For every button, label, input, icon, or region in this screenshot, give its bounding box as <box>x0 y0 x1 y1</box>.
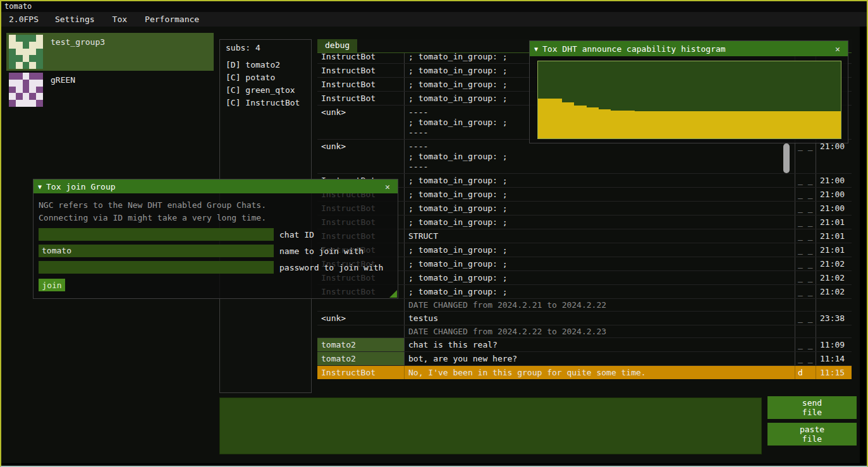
avatar-pixel <box>36 55 43 62</box>
avatar-pixel <box>29 35 36 42</box>
avatar-pixel <box>36 93 43 100</box>
message-flags: _ _ <box>795 243 816 257</box>
avatar-pixel <box>9 73 16 80</box>
message-text: STRUCT <box>404 229 795 243</box>
avatar-pixel <box>23 93 30 100</box>
avatar-pixel <box>23 49 30 56</box>
histogram-bar <box>574 106 586 138</box>
member-list-item[interactable]: [C] InstructBot <box>226 97 305 109</box>
message-row[interactable]: tomato2chat is this real?_ _11:09 <box>317 337 852 351</box>
avatar-pixel <box>29 42 36 49</box>
message-text: ; tomato_in_group: ; <box>404 215 795 229</box>
close-icon[interactable]: ✕ <box>832 44 843 54</box>
message-row[interactable]: InstructBotNo, I've been in this group f… <box>317 365 852 379</box>
histogram-bar <box>768 111 780 138</box>
message-row[interactable]: tomato2bot, are you new here?_ _11:14 <box>317 351 852 365</box>
help-text-line: NGC refers to the New DHT enabled Group … <box>39 199 393 212</box>
message-text: chat is this real? <box>404 338 795 351</box>
join-password-input[interactable] <box>39 261 274 274</box>
message-time <box>816 325 852 337</box>
avatar-pixel <box>36 100 43 107</box>
chat-id-input[interactable] <box>39 228 274 241</box>
menu-item-performance[interactable]: Performance <box>136 15 208 24</box>
join-button[interactable]: join <box>39 279 65 291</box>
message-text: ; tomato_in_group: ; <box>404 271 795 284</box>
avatar-pixel <box>29 100 36 107</box>
message-flags: _ _ <box>795 215 816 229</box>
avatar-pixel <box>9 49 16 56</box>
avatar-pixel <box>23 35 30 42</box>
paste-file-button[interactable]: paste file <box>767 423 857 446</box>
histogram-plot <box>537 61 841 139</box>
message-time: 21:01 <box>816 243 852 257</box>
collapse-icon[interactable]: ▼ <box>38 183 42 190</box>
avatar-pixel <box>23 80 30 87</box>
message-row[interactable]: <unk>---- ; tomato_in_group: ; ----_ _21… <box>317 139 852 173</box>
close-icon[interactable]: ✕ <box>382 182 393 191</box>
field-label: name to join with <box>279 246 364 256</box>
histogram-bar <box>550 99 562 138</box>
contact-item[interactable]: gREEN <box>6 71 214 109</box>
join-fields: chat IDtomatoname to join withpassword t… <box>39 228 393 274</box>
histogram-bar <box>756 111 768 138</box>
date-changed-text: DATE CHANGED from 2024.2.22 to 2024.2.23 <box>404 325 795 337</box>
message-text: ; tomato_in_group: ; <box>404 285 795 298</box>
message-text: testus <box>404 312 795 325</box>
message-text: ; tomato_in_group: ; <box>404 188 795 201</box>
member-list-item[interactable]: [D] tomato2 <box>226 59 305 71</box>
avatar-pixel <box>16 100 23 107</box>
histogram-bar <box>659 111 671 138</box>
menu-item-tox[interactable]: Tox <box>104 15 136 24</box>
menu-item-settings[interactable]: Settings <box>46 15 104 24</box>
message-text: ---- ; tomato_in_group: ; ---- <box>404 140 795 173</box>
histogram-bar <box>744 111 756 138</box>
message-author <box>317 325 404 337</box>
message-flags: _ _ <box>795 257 816 270</box>
send-file-button[interactable]: send file <box>767 396 857 419</box>
window-title: tomato <box>4 2 32 11</box>
histogram-bar <box>695 111 707 138</box>
contact-name: gREEN <box>51 75 75 85</box>
date-separator: DATE CHANGED from 2024.2.21 to 2024.2.22 <box>317 298 852 311</box>
message-time: 11:15 <box>816 366 852 379</box>
member-list-item[interactable]: [C] potato <box>226 71 305 84</box>
histogram-bar <box>599 109 611 138</box>
message-time: 21:01 <box>816 229 852 243</box>
histogram-bar <box>671 111 683 138</box>
avatar-pixel <box>16 93 23 100</box>
avatar <box>9 73 43 107</box>
message-time: 21:02 <box>816 271 852 284</box>
chat-scrollbar[interactable] <box>783 143 790 173</box>
avatar-pixel <box>29 73 36 80</box>
message-author: InstructBot <box>317 78 404 91</box>
message-flags: _ _ <box>795 140 816 173</box>
avatar-pixel <box>29 62 36 69</box>
histogram-bar <box>732 111 744 138</box>
join-name-input[interactable]: tomato <box>39 245 274 257</box>
avatar-pixel <box>29 49 36 56</box>
message-flags: _ _ <box>795 229 816 243</box>
avatar-pixel <box>23 62 30 69</box>
contact-item[interactable]: test_group3 <box>6 33 214 71</box>
avatar-pixel <box>9 87 16 94</box>
avatar-pixel <box>9 93 16 100</box>
dht-histogram-titlebar[interactable]: ▼ Tox DHT announce capability histogram … <box>530 41 848 56</box>
date-separator: DATE CHANGED from 2024.2.22 to 2024.2.23 <box>317 325 852 337</box>
message-text: ; tomato_in_group: ; <box>404 174 795 187</box>
collapse-icon[interactable]: ▼ <box>534 45 538 52</box>
message-row[interactable]: <unk>testus_ _23:38 <box>317 311 852 325</box>
message-author: <unk> <box>317 312 404 325</box>
subs-count-label: subs: 4 <box>226 43 305 52</box>
message-text: ; tomato_in_group: ; <box>404 243 795 257</box>
dht-histogram-window: ▼ Tox DHT announce capability histogram … <box>529 40 848 143</box>
message-input[interactable] <box>219 397 762 454</box>
tab-debug[interactable]: debug <box>317 39 357 52</box>
member-list-item[interactable]: [C] green_qtox <box>226 84 305 97</box>
message-flags: _ _ <box>795 338 816 351</box>
histogram-bar <box>817 111 829 138</box>
resize-grip[interactable] <box>389 290 397 298</box>
menu-bar: 2.0FPS SettingsToxPerformance <box>1 12 867 27</box>
avatar-pixel <box>36 35 43 42</box>
join-group-titlebar[interactable]: ▼ Tox join Group ✕ <box>34 179 398 193</box>
fps-counter: 2.0FPS <box>1 15 46 24</box>
